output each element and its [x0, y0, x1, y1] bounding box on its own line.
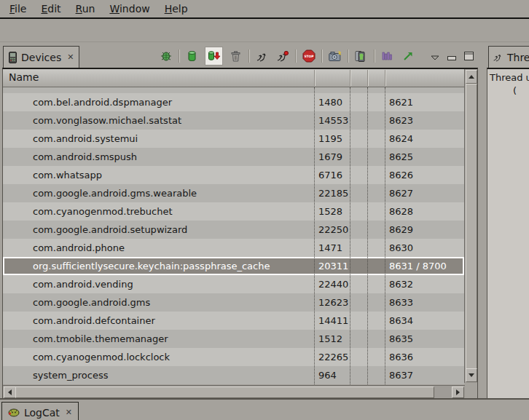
toolbar-separator	[348, 49, 348, 63]
process-name: com.cyanogenmod.lockclock	[33, 348, 170, 366]
process-name: com.google.android.gms	[33, 293, 150, 312]
process-pid: 12623	[318, 293, 348, 312]
process-port: 8624	[389, 130, 413, 148]
close-icon[interactable]: ✕	[67, 53, 74, 61]
start-method-profiling-icon[interactable]	[400, 48, 415, 64]
device-phone-icon	[9, 52, 17, 63]
threads-icon	[493, 52, 503, 62]
process-pid: 1528	[318, 202, 342, 221]
menu-file[interactable]: File	[3, 1, 34, 16]
table-row[interactable]: com.google.android.gms.wearable221858627	[3, 184, 464, 202]
table-row[interactable]: com.bel.android.dspmanager14808621	[3, 93, 464, 111]
table-row[interactable]: com.google.android.gms126238633	[3, 293, 464, 312]
toolbar-separator	[321, 49, 322, 63]
update-threads-icon[interactable]	[254, 48, 270, 64]
column-divider[interactable]	[350, 70, 350, 86]
tab-devices-label: Devices	[21, 52, 61, 63]
process-port: 8630	[389, 239, 413, 257]
table-header[interactable]: Name	[3, 69, 464, 87]
process-name: com.android.defcontainer	[33, 312, 155, 330]
table-row[interactable]: com.google.android.setupwizard222508629	[3, 221, 464, 239]
process-name: system_process	[33, 366, 108, 384]
process-name: com.bel.android.dspmanager	[33, 93, 172, 111]
process-port: 8634	[389, 312, 413, 330]
table-row[interactable]: system_process9648637	[3, 366, 464, 384]
column-divider[interactable]	[385, 70, 385, 86]
toolbar-separator	[179, 49, 179, 63]
horizontal-scrollbar[interactable]	[3, 385, 465, 398]
process-port: 8628	[389, 202, 413, 221]
table-row[interactable]: com.cyanogenmod.trebuchet15288628	[3, 202, 464, 221]
tab-logcat[interactable]: LogCat ✕	[1, 402, 79, 420]
process-port: 8632	[389, 275, 413, 293]
close-icon[interactable]: ✕	[66, 408, 72, 416]
process-table-body: com.bel.android.dspmanager14808621com.vo…	[3, 87, 464, 384]
table-row[interactable]: com.vonglasow.michael.satstat145538623	[3, 111, 464, 130]
column-divider[interactable]	[314, 70, 315, 86]
horizontal-scrollbar-thumb[interactable]	[15, 387, 434, 398]
table-row[interactable]: com.android.defcontainer144118634	[3, 312, 464, 330]
scroll-right-button[interactable]	[452, 387, 464, 398]
process-port: 8636	[389, 348, 413, 366]
svg-text:STOP: STOP	[304, 55, 314, 58]
process-name: org.sufficientlysecure.keychain:passphra…	[33, 257, 270, 275]
vertical-scrollbar[interactable]	[464, 69, 477, 383]
table-row-selected[interactable]: org.sufficientlysecure.keychain:passphra…	[3, 257, 464, 275]
column-header-name[interactable]: Name	[9, 71, 39, 83]
process-name: com.google.android.gms.wearable	[33, 184, 197, 202]
partially-scrolled-row	[3, 87, 464, 93]
view-menu-icon[interactable]	[431, 49, 439, 63]
process-pid: 14411	[318, 312, 348, 330]
devices-toolbar: STOP	[158, 47, 474, 66]
process-pid: 1195	[318, 130, 342, 148]
tab-threads[interactable]: Threa	[488, 46, 529, 68]
process-name: com.tmobile.thememanager	[33, 330, 168, 348]
menu-help[interactable]: Help	[158, 1, 196, 16]
process-pid: 6716	[318, 166, 342, 184]
cause-gc-trash-icon[interactable]	[228, 48, 243, 64]
vertical-scrollbar-thumb[interactable]	[466, 84, 477, 369]
update-threads-now-icon[interactable]	[275, 48, 290, 64]
table-row[interactable]: com.android.systemui11958624	[3, 130, 464, 148]
empty-toolbar-strip	[0, 19, 529, 42]
scroll-up-button[interactable]	[466, 70, 477, 84]
minimize-icon[interactable]	[447, 49, 456, 63]
process-name: com.android.systemui	[33, 130, 138, 148]
tab-threads-label: Threa	[507, 52, 529, 63]
table-row[interactable]: com.tmobile.thememanager15128635	[3, 330, 464, 348]
process-port: 8629	[389, 221, 413, 239]
menu-edit[interactable]: Edit	[34, 1, 68, 16]
menu-run[interactable]: Run	[69, 1, 103, 16]
process-pid: 1471	[318, 239, 342, 257]
devices-tabbar: Devices ✕	[0, 44, 479, 68]
process-port: 8623	[389, 111, 413, 130]
table-row[interactable]: com.cyanogenmod.lockclock222658636	[3, 348, 464, 366]
screen-capture-camera-icon[interactable]	[327, 48, 342, 64]
scroll-left-button[interactable]	[4, 387, 16, 398]
update-heap-icon[interactable]	[184, 48, 200, 64]
menu-window[interactable]: Window	[103, 1, 157, 16]
toolbar-separator	[248, 49, 249, 63]
column-divider[interactable]	[367, 70, 368, 86]
allocation-tracker-icon[interactable]	[380, 48, 395, 64]
process-name: com.cyanogenmod.trebuchet	[33, 202, 173, 221]
table-row[interactable]: com.android.vending224408632	[3, 275, 464, 293]
tab-devices[interactable]: Devices ✕	[3, 46, 79, 68]
process-name: com.android.smspush	[33, 148, 137, 166]
devices-panel: Devices ✕	[0, 44, 479, 398]
process-name: com.vonglasow.michael.satstat	[33, 111, 181, 130]
table-row[interactable]: com.android.smspush16798625	[3, 148, 464, 166]
eclipse-ddms-window: FileEditRunWindowHelp Devices ✕	[0, 0, 529, 420]
maximize-icon[interactable]	[464, 49, 474, 63]
table-row[interactable]: com.whatsapp67168626	[3, 166, 464, 184]
debug-attach-icon[interactable]	[158, 48, 173, 64]
table-row[interactable]: com.android.phone14718630	[3, 239, 464, 257]
dump-hprof-icon[interactable]	[205, 47, 223, 66]
process-port: 8627	[389, 184, 413, 202]
process-pid: 1480	[318, 93, 342, 111]
capture-device-view-icon[interactable]	[353, 48, 369, 64]
stop-process-icon[interactable]: STOP	[301, 48, 316, 64]
logcat-bar: LogCat ✕	[0, 398, 529, 420]
process-pid: 22185	[318, 184, 348, 202]
scroll-down-button[interactable]	[466, 368, 477, 382]
